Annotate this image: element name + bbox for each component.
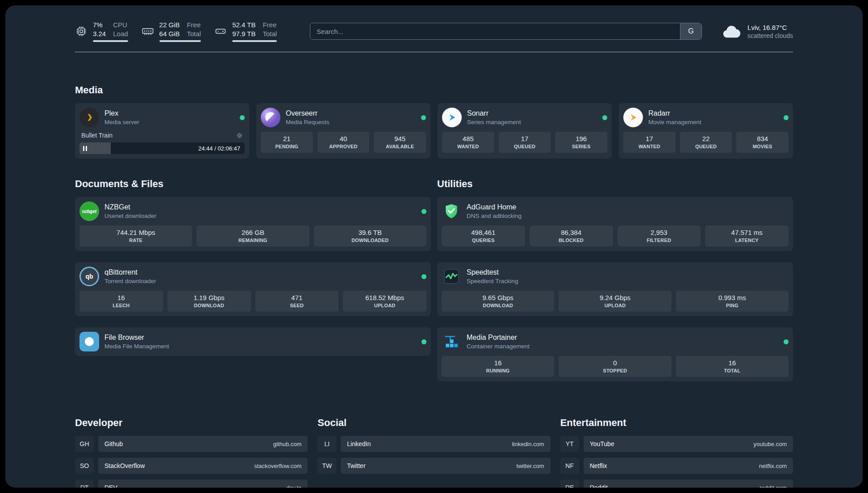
stat-label: DOWNLOAD [443,303,552,308]
bookmark-abbr: LI [317,436,336,452]
bookmark-name: Netflix [590,462,607,469]
cpu-percent: 7% [93,21,106,29]
bookmark-abbr: DT [75,480,94,488]
stat-tile: 17 QUEUED [499,132,551,153]
stat-tile: 22 QUEUED [680,132,732,153]
bookmark-url: reddit.com [760,485,787,488]
nzbget-icon: nzbget [79,201,99,221]
status-dot [421,339,426,344]
stat-label: MOVIES [738,144,787,149]
card-plex[interactable]: Plex Media server Bullet Train 24:44 / 0 [75,103,249,159]
disk-widget: 52.4 TB 97.9 TB Free Total [214,21,277,42]
bookmark-stackoverflow[interactable]: SO StackOverflow stackoverflow.com [75,458,308,474]
disk-icon [214,25,227,38]
stat-value: 21 [263,135,311,142]
stat-value: 17 [501,135,549,142]
search-input[interactable] [310,23,680,39]
gear-icon[interactable] [236,132,243,139]
status-dot [602,115,607,120]
section-entertainment: Entertainment YT YouTube youtube.com NF … [560,417,793,488]
bookmark-name: Twitter [347,462,365,469]
stat-tile: 618.52 Mbps UPLOAD [343,291,426,312]
stat-value: 945 [376,135,424,142]
memory-total-label: Total [187,29,201,38]
memory-widget: 22 GiB 64 GiB Free Total [142,21,201,42]
bookmark-linkedin[interactable]: LI LinkedIn linkedin.com [317,436,550,452]
bookmark-abbr: RE [560,480,579,488]
bookmark-name: LinkedIn [347,440,371,447]
stat-value: 9.24 Gbps [560,294,669,301]
cpu-icon [75,25,88,38]
cpu-load-value: 3.24 [93,29,106,38]
app-desc: Series management [467,119,521,125]
filebrowser-icon [79,332,99,351]
card-adguard[interactable]: AdGuard Home DNS and adblocking 498,461 … [437,197,793,251]
stat-tile: 485 WANTED [442,132,494,153]
stat-value: 9.65 Gbps [443,294,552,301]
section-title-entertainment: Entertainment [560,417,793,429]
app-name: File Browser [104,334,169,342]
app-desc: Media Requests [286,119,330,125]
bookmark-netflix[interactable]: NF Netflix netflix.com [560,458,793,474]
stat-tile: 40 APPROVED [317,132,370,153]
stat-label: BLOCKED [531,238,611,243]
card-portainer[interactable]: Media Portainer Container management 16 … [437,327,793,381]
stat-value: 196 [557,135,605,142]
disk-free-label: Free [263,21,277,29]
sonarr-icon [442,108,462,127]
bookmark-github[interactable]: GH Github github.com [75,436,308,452]
section-developer: Developer GH Github github.com SO StackO… [75,417,308,488]
stat-label: QUEUED [682,144,730,149]
section-title-documents: Documents & Files [75,178,431,190]
cpu-load-label: Load [113,29,128,38]
stat-tile: 86,384 BLOCKED [530,226,613,246]
disk-total-label: Total [263,29,277,38]
bookmark-name: StackOverflow [104,462,145,469]
media-progress-bar[interactable]: 24:44 / 02:06:47 [79,142,245,154]
app-desc: Media server [104,119,139,125]
bookmark-url: linkedin.com [512,441,544,447]
app-desc: Container management [467,343,530,350]
stat-value: 47.571 ms [707,229,787,236]
now-playing-title: Bullet Train [81,132,113,139]
search-provider-button[interactable]: G [680,23,701,39]
bookmark-twitter[interactable]: TW Twitter twitter.com [317,458,550,474]
app-desc: Media File Management [104,343,169,350]
card-sonarr[interactable]: Sonarr Series management 485 WANTED 17 Q… [438,103,612,159]
memory-free-value: 22 GiB [159,21,180,29]
card-speedtest[interactable]: Speedtest Speedtest Tracking 9.65 Gbps D… [437,262,793,316]
disk-free-value: 52.4 TB [232,21,255,29]
memory-icon [142,25,154,38]
stat-value: 16 [678,359,787,367]
stat-value: 22 [682,135,730,142]
memory-total-value: 64 GiB [159,29,180,38]
app-desc: Torrent downloader [104,278,156,284]
app-name: Plex [104,109,139,117]
stat-value: 471 [257,294,337,301]
bookmark-dev[interactable]: DT DEV dev.to [75,480,308,488]
card-overseerr[interactable]: Overseerr Media Requests 21 PENDING 40 A… [256,103,430,159]
bookmark-abbr: TW [317,458,336,474]
stat-value: 16 [443,359,552,367]
stat-tile: 17 WANTED [623,132,676,153]
stat-label: UPLOAD [345,303,425,308]
app-name: Sonarr [467,109,521,117]
stat-label: RATE [81,238,190,243]
stat-label: FILTERED [619,238,699,243]
stat-label: AVAILABLE [376,144,424,149]
stat-value: 618.52 Mbps [345,294,425,301]
bookmark-reddit[interactable]: RE Reddit reddit.com [560,480,793,488]
card-qbittorrent[interactable]: qb qBittorrent Torrent downloader 16 LEE… [75,262,431,316]
bookmark-youtube[interactable]: YT YouTube youtube.com [560,436,793,452]
stat-value: 17 [625,135,674,142]
stat-tile: 498,461 QUERIES [442,226,525,246]
stat-label: REMAINING [198,238,307,243]
stat-label: PING [678,303,787,308]
card-radarr[interactable]: Radarr Movie management 17 WANTED 22 QUE… [619,103,793,159]
status-dot [421,115,426,120]
card-nzbget[interactable]: nzbget NZBGet Usenet downloader 744.21 M… [75,197,431,251]
playback-time: 24:44 / 02:06:47 [198,145,240,152]
pause-icon[interactable] [83,146,87,151]
card-filebrowser[interactable]: File Browser Media File Management [75,327,431,356]
plex-icon [79,108,99,127]
